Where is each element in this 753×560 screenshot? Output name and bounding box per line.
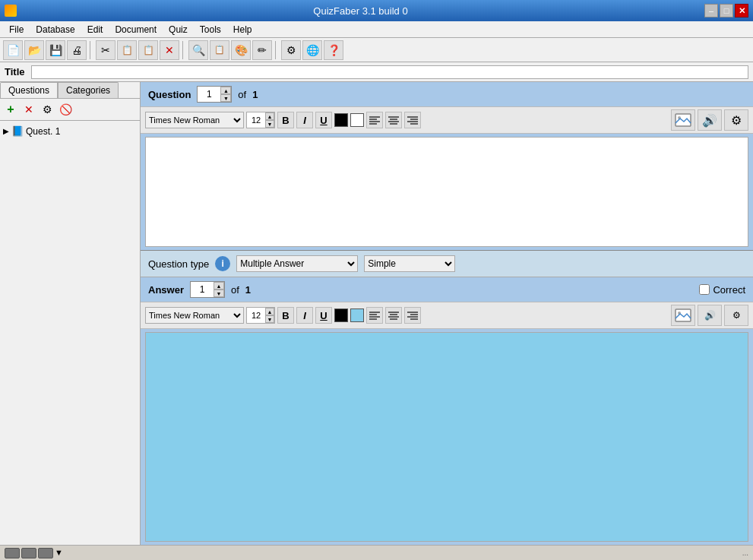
color-button[interactable]: 🎨 — [231, 40, 251, 60]
paste-button[interactable]: 📋 — [138, 40, 158, 60]
answer-size-input[interactable] — [247, 311, 265, 320]
answer-section: Answer ▲ ▼ of 1 Correct Times — [141, 277, 753, 545]
window-controls: – □ ✕ — [704, 4, 748, 17]
answer-audio-button[interactable]: 🔊 — [698, 305, 722, 326]
title-input[interactable] — [31, 65, 749, 79]
edit-button[interactable]: ✏ — [252, 40, 272, 60]
question-spinner: ▲ ▼ — [197, 86, 232, 103]
toolbar-btn5[interactable]: 📋 — [210, 40, 229, 60]
menu-file[interactable]: File — [3, 23, 30, 36]
maximize-button[interactable]: □ — [720, 4, 733, 17]
menu-document[interactable]: Document — [109, 23, 163, 36]
menu-edit[interactable]: Edit — [81, 23, 109, 36]
question-font-select[interactable]: Times New Roman Arial Helvetica — [145, 112, 244, 128]
question-align-left[interactable] — [366, 112, 383, 128]
question-size-up[interactable]: ▲ — [265, 112, 274, 120]
save-button[interactable]: 💾 — [46, 40, 65, 60]
answer-spinner-down[interactable]: ▼ — [214, 289, 224, 297]
main-layout: Questions Categories + ✕ ⚙ 🚫 ▶ 📘 Quest. … — [0, 82, 753, 545]
sidebar-toolbar: + ✕ ⚙ 🚫 — [0, 99, 140, 121]
question-spinner-up[interactable]: ▲ — [220, 87, 231, 94]
close-button[interactable]: ✕ — [735, 4, 748, 17]
title-label: Title — [5, 66, 25, 78]
answer-spinner-up[interactable]: ▲ — [214, 282, 224, 289]
answer-size-down[interactable]: ▼ — [265, 315, 274, 323]
menubar: File Database Edit Document Quiz Tools H… — [0, 21, 753, 38]
menu-quiz[interactable]: Quiz — [163, 23, 194, 36]
answer-font-select[interactable]: Times New Roman Arial — [145, 307, 244, 324]
question-audio-button[interactable]: 🔊 — [698, 109, 722, 131]
answer-image-button[interactable] — [671, 305, 695, 326]
question-spinner-down[interactable]: ▼ — [220, 94, 231, 102]
settings-button[interactable]: ⚙ — [281, 40, 301, 60]
question-bg-color[interactable] — [350, 113, 364, 127]
question-bold-button[interactable]: B — [277, 112, 294, 128]
question-format-toolbar: Times New Roman Arial Helvetica ▲ ▼ B I … — [141, 106, 753, 134]
add-question-button[interactable]: + — [2, 101, 19, 118]
menu-help[interactable]: Help — [227, 23, 258, 36]
question-size-arrows: ▲ ▼ — [265, 112, 274, 128]
status-dropdown-indicator[interactable]: ▼ — [55, 548, 63, 558]
answer-bg-color[interactable] — [350, 308, 364, 322]
qtype-info-button[interactable]: i — [215, 256, 230, 271]
tab-categories[interactable]: Categories — [58, 82, 119, 98]
disable-question-button[interactable]: 🚫 — [57, 101, 74, 118]
question-size-input[interactable] — [247, 115, 265, 125]
question-subtype-select[interactable]: Simple Advanced — [364, 255, 455, 272]
help-button[interactable]: ❓ — [324, 40, 343, 60]
answer-underline-button[interactable]: U — [315, 307, 332, 324]
minimize-button[interactable]: – — [704, 4, 718, 17]
sidebar: Questions Categories + ✕ ⚙ 🚫 ▶ 📘 Quest. … — [0, 82, 141, 545]
question-toolbar-right: 🔊 ⚙ — [671, 109, 748, 131]
question-size-down[interactable]: ▼ — [265, 120, 274, 128]
answer-size-container: ▲ ▼ — [246, 307, 275, 324]
menu-database[interactable]: Database — [30, 23, 81, 36]
tree-expand-icon: ▶ — [3, 127, 9, 135]
question-image-button[interactable] — [671, 109, 695, 131]
question-align-right[interactable] — [404, 112, 421, 128]
answer-align-right[interactable] — [404, 307, 421, 324]
find-button[interactable]: 🔍 — [188, 40, 208, 60]
cut-button[interactable]: ✂ — [96, 40, 115, 60]
question-type-select[interactable]: Multiple Answer Single Answer True/False… — [236, 255, 358, 272]
question-number-input[interactable] — [198, 89, 220, 100]
copy-button[interactable]: 📋 — [117, 40, 137, 60]
correct-checkbox[interactable] — [699, 284, 710, 295]
titlebar-title: QuizFaber 3.1 build 0 — [17, 5, 704, 17]
answer-editor[interactable] — [145, 332, 748, 542]
content-area: Question ▲ ▼ of 1 Times New Roman Arial … — [141, 82, 753, 545]
answer-label: Answer — [148, 284, 184, 296]
status-corner: ... — [742, 549, 748, 557]
question-settings-btn[interactable]: ⚙ — [724, 109, 748, 131]
question-total: 1 — [252, 89, 258, 100]
answer-align-center[interactable] — [385, 307, 402, 324]
answer-bold-button[interactable]: B — [277, 307, 294, 324]
web-button[interactable]: 🌐 — [302, 40, 322, 60]
answer-number-input[interactable] — [191, 284, 214, 295]
answer-format-toolbar: Times New Roman Arial ▲ ▼ B I U — [141, 302, 753, 329]
answer-settings-btn[interactable]: ⚙ — [724, 305, 748, 326]
question-label: Question — [148, 89, 191, 100]
question-of-label: of — [238, 89, 246, 100]
open-button[interactable]: 📂 — [24, 40, 44, 60]
question-settings-button[interactable]: ⚙ — [39, 101, 55, 118]
tab-questions[interactable]: Questions — [0, 82, 58, 98]
question-text-color[interactable] — [334, 113, 348, 127]
remove-question-button[interactable]: ✕ — [21, 101, 37, 118]
question-italic-button[interactable]: I — [296, 112, 313, 128]
tree-item-icon: 📘 — [11, 125, 24, 137]
answer-size-up[interactable]: ▲ — [265, 308, 274, 315]
question-editor[interactable] — [145, 137, 748, 247]
tree-item[interactable]: ▶ 📘 Quest. 1 — [3, 124, 137, 138]
answer-align-left[interactable] — [366, 307, 383, 324]
menu-tools[interactable]: Tools — [194, 23, 227, 36]
new-button[interactable]: 📄 — [3, 40, 23, 60]
answer-italic-button[interactable]: I — [296, 307, 313, 324]
question-section: Question ▲ ▼ of 1 Times New Roman Arial … — [141, 82, 753, 251]
answer-text-color[interactable] — [334, 308, 348, 322]
print-button[interactable]: 🖨 — [67, 40, 87, 60]
titlebar: QuizFaber 3.1 build 0 – □ ✕ — [0, 0, 753, 21]
question-align-center[interactable] — [385, 112, 402, 128]
delete-button[interactable]: ✕ — [160, 40, 179, 60]
question-underline-button[interactable]: U — [315, 112, 332, 128]
